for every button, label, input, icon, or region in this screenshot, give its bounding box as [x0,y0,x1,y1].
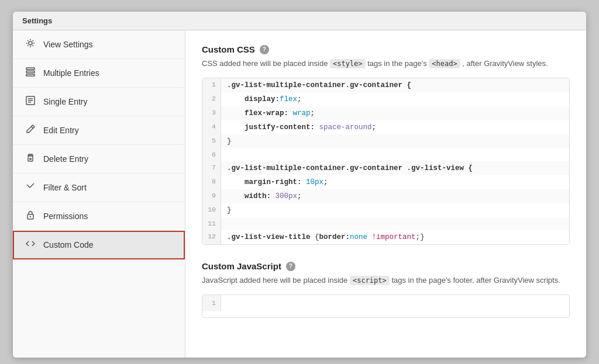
edit-entry-label: Edit Entry [43,126,79,135]
sidebar-item-single-entry[interactable]: Single Entry [13,88,185,116]
css-code-line: 10} [202,203,569,217]
sidebar-item-view-settings[interactable]: View Settings [13,30,185,59]
main-content: Custom CSS ? CSS added here will be plac… [185,30,586,358]
css-code-line: 9 width: 300px; [202,189,569,203]
css-code-line: 8 margin-right: 10px; [202,175,569,189]
css-code-line: 2 display:flex; [202,92,569,106]
permissions-icon [25,210,36,222]
settings-window: Settings View SettingsMultiple EntriesSi… [13,12,586,358]
css-code-line: 7.gv-list-multiple-container.gv-containe… [202,161,569,175]
title-text: Settings [22,16,52,25]
sidebar: View SettingsMultiple EntriesSingle Entr… [13,30,185,358]
svg-point-12 [30,216,31,217]
edit-entry-icon [25,124,36,136]
css-code-line: 4 justify-content: space-around; [202,120,569,134]
custom-js-desc: JavaScript added here will be placed ins… [202,275,570,286]
filter-sort-icon [25,182,36,193]
css-editor[interactable]: 1.gv-list-multiple-container.gv-containe… [202,78,570,245]
delete-entry-icon [25,153,36,165]
svg-rect-8 [28,156,33,161]
svg-rect-2 [26,71,35,73]
permissions-label: Permissions [43,212,88,221]
filter-sort-label: Filter & Sort [43,183,87,192]
js-code-line: 1 [202,295,569,311]
single-entry-label: Single Entry [43,97,87,106]
css-code-line: 5} [202,134,569,148]
js-help-icon[interactable]: ? [286,262,295,271]
svg-rect-1 [26,68,35,70]
multiple-entries-label: Multiple Entries [43,68,99,78]
custom-js-section: Custom JavaScript ? JavaScript added her… [202,261,570,318]
view-settings-icon [25,39,36,50]
css-code-line: 11 [202,217,569,230]
multiple-entries-icon [25,67,36,79]
custom-css-section: Custom CSS ? CSS added here will be plac… [202,44,570,245]
sidebar-item-delete-entry[interactable]: Delete Entry [13,145,185,174]
sidebar-item-custom-code[interactable]: Custom Code [13,231,185,259]
js-editor[interactable]: 1 [202,294,570,318]
single-entry-icon [25,96,36,108]
custom-css-desc: CSS added here will be placed inside <st… [202,58,570,70]
window-title: Settings [13,12,586,30]
custom-js-title: Custom JavaScript ? [202,261,570,271]
css-code-line: 6 [202,148,569,161]
script-tag: <script> [350,276,390,285]
css-code-line: 12.gv-list-view-title {border:none !impo… [202,230,569,244]
svg-point-0 [29,41,32,45]
custom-code-icon [25,239,36,251]
custom-code-label: Custom Code [43,240,94,249]
sidebar-item-edit-entry[interactable]: Edit Entry [13,116,185,145]
sidebar-item-multiple-entries[interactable]: Multiple Entries [13,59,185,88]
delete-entry-label: Delete Entry [43,154,88,164]
css-code-line: 3 flex-wrap: wrap; [202,106,569,120]
settings-layout: View SettingsMultiple EntriesSingle Entr… [13,30,586,358]
svg-rect-3 [26,74,35,76]
css-code-line: 1.gv-list-multiple-container.gv-containe… [202,78,569,92]
view-settings-label: View Settings [43,40,93,49]
sidebar-item-filter-sort[interactable]: Filter & Sort [13,174,185,202]
css-help-icon[interactable]: ? [260,45,269,54]
sidebar-item-permissions[interactable]: Permissions [13,202,185,231]
custom-css-title: Custom CSS ? [202,44,570,54]
